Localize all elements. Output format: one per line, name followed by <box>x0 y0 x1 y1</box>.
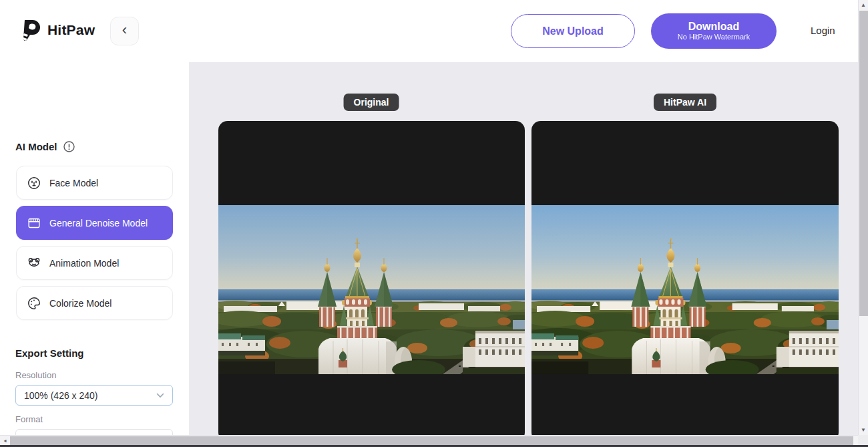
resolution-select[interactable]: 100% (426 x 240) <box>15 385 173 406</box>
compare-area: Original HitPaw AI <box>189 62 858 435</box>
brand-logo-group: HitPaw <box>22 19 95 41</box>
ai-model-heading-row: AI Model <box>15 141 75 152</box>
original-badge: Original <box>344 94 399 111</box>
login-link[interactable]: Login <box>811 25 835 36</box>
vertical-scrollbar[interactable]: ▲ ▼ <box>858 0 868 435</box>
model-label: Colorize Model <box>49 298 112 309</box>
download-button[interactable]: Download No HitPaw Watermark <box>651 13 777 49</box>
animation-model-icon <box>27 256 41 271</box>
download-sublabel: No HitPaw Watermark <box>678 33 750 41</box>
resolution-value: 100% (426 x 240) <box>24 390 98 401</box>
scroll-left-icon[interactable]: ◂ <box>0 436 10 446</box>
model-list: Face Model General Denoise Model <box>16 166 173 326</box>
original-video-panel[interactable] <box>218 121 525 435</box>
format-label: Format <box>15 414 43 424</box>
video-frame-illustration <box>218 205 525 374</box>
hitpaw-logo-icon <box>22 19 42 41</box>
original-video-frame <box>218 205 525 374</box>
header-bar: HitPaw ‹ New Upload Download No HitPaw W… <box>0 0 858 62</box>
denoise-model-icon <box>27 216 41 231</box>
back-icon: ‹ <box>122 23 127 37</box>
video-frame-illustration <box>531 205 839 374</box>
model-label: General Denoise Model <box>49 218 148 229</box>
sidebar-item-general-denoise-model[interactable]: General Denoise Model <box>16 206 173 240</box>
sidebar: AI Model Face Model <box>0 62 189 447</box>
new-upload-button[interactable]: New Upload <box>511 14 635 48</box>
horizontal-scrollbar-thumb[interactable] <box>10 436 853 445</box>
enhanced-badge: HitPaw AI <box>654 94 716 111</box>
enhanced-video-frame <box>531 205 839 374</box>
scroll-down-icon[interactable]: ▼ <box>859 425 868 435</box>
app-window: HitPaw ‹ New Upload Download No HitPaw W… <box>0 0 868 447</box>
download-label: Download <box>688 21 739 33</box>
back-button[interactable]: ‹ <box>110 17 139 45</box>
new-upload-label: New Upload <box>542 25 604 37</box>
model-label: Face Model <box>49 178 98 188</box>
scrollbar-corner <box>858 435 868 445</box>
enhanced-video-panel[interactable] <box>531 121 839 435</box>
chevron-down-icon <box>156 393 164 398</box>
colorize-model-icon <box>27 296 41 311</box>
export-setting-title: Export Setting <box>15 347 84 359</box>
model-label: Animation Model <box>49 258 119 269</box>
sidebar-item-animation-model[interactable]: Animation Model <box>16 246 173 280</box>
info-icon[interactable] <box>63 141 75 152</box>
resolution-label: Resolution <box>15 370 56 380</box>
horizontal-scrollbar[interactable]: ◂ ▸ <box>0 435 868 445</box>
scroll-up-icon[interactable]: ▲ <box>859 0 868 10</box>
sidebar-item-colorize-model[interactable]: Colorize Model <box>16 286 173 320</box>
face-model-icon <box>27 176 41 190</box>
brand-name: HitPaw <box>47 22 95 38</box>
ai-model-title: AI Model <box>15 141 57 152</box>
vertical-scrollbar-thumb[interactable] <box>859 11 868 316</box>
sidebar-item-face-model[interactable]: Face Model <box>16 166 173 200</box>
